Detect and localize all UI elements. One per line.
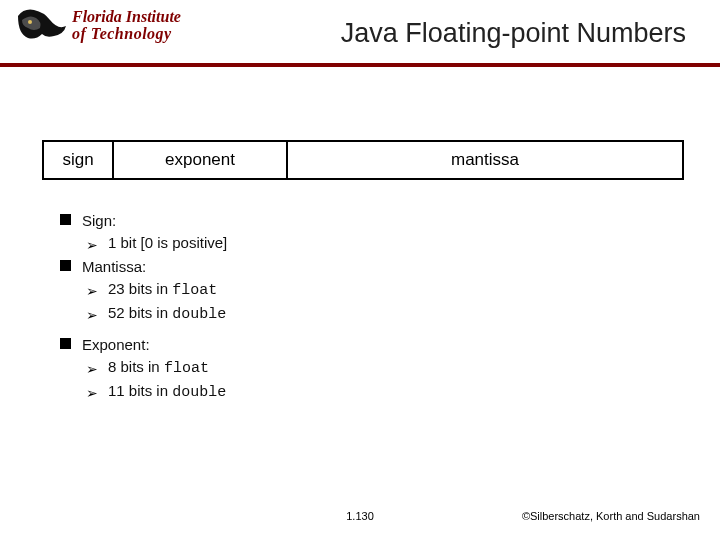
bullet-exponent: Exponent: ➢ 8 bits in float ➢ 11 bits in…	[60, 334, 660, 404]
chevron-right-icon: ➢	[86, 358, 98, 380]
chevron-right-icon: ➢	[86, 234, 98, 256]
diagram-cell-mantissa: mantissa	[288, 142, 682, 178]
square-bullet-icon	[60, 338, 71, 349]
wordmark-line2: of Technology	[72, 25, 181, 42]
wordmark-line1: Florida Institute	[72, 8, 181, 25]
page-number: 1.130	[346, 510, 374, 522]
bullet-sign: Sign: ➢ 1 bit [0 is positive]	[60, 210, 660, 254]
square-bullet-icon	[60, 214, 71, 225]
bullet-mantissa-label: Mantissa:	[82, 258, 146, 275]
slide-body: Sign: ➢ 1 bit [0 is positive] Mantissa: …	[60, 210, 660, 406]
bullet-mantissa-sub2: ➢ 52 bits in double	[82, 302, 660, 326]
bullet-sign-label: Sign:	[82, 212, 116, 229]
slide-footer: 1.130 ©Silberschatz, Korth and Sudarshan	[0, 510, 720, 528]
chevron-right-icon: ➢	[86, 304, 98, 326]
bullet-exponent-sub2: ➢ 11 bits in double	[82, 380, 660, 404]
bullet-mantissa: Mantissa: ➢ 23 bits in float ➢ 52 bits i…	[60, 256, 660, 326]
bullet-exponent-sub1-text: 8 bits in	[108, 358, 164, 375]
panther-icon	[14, 6, 70, 60]
bullet-mantissa-sub2-text: 52 bits in	[108, 304, 172, 321]
float-layout-diagram: sign exponent mantissa	[42, 140, 684, 180]
bullet-mantissa-sub1: ➢ 23 bits in float	[82, 278, 660, 302]
keyword-float: float	[164, 360, 209, 377]
slide-title: Java Floating-point Numbers	[341, 18, 686, 49]
bullet-exponent-sub1: ➢ 8 bits in float	[82, 356, 660, 380]
institution-logo: Florida Institute of Technology	[10, 4, 200, 58]
keyword-float: float	[172, 282, 217, 299]
keyword-double: double	[172, 384, 226, 401]
bullet-mantissa-sub1-text: 23 bits in	[108, 280, 172, 297]
diagram-cell-exponent: exponent	[114, 142, 288, 178]
chevron-right-icon: ➢	[86, 280, 98, 302]
diagram-cell-sign: sign	[44, 142, 114, 178]
bullet-sign-sub1-text: 1 bit [0 is positive]	[108, 234, 227, 251]
square-bullet-icon	[60, 260, 71, 271]
svg-point-1	[28, 20, 32, 24]
bullet-exponent-label: Exponent:	[82, 336, 150, 353]
slide-header: Florida Institute of Technology Java Flo…	[0, 0, 720, 66]
institution-wordmark: Florida Institute of Technology	[72, 8, 181, 42]
bullet-exponent-sub2-text: 11 bits in	[108, 382, 172, 399]
bullet-sign-sub1: ➢ 1 bit [0 is positive]	[82, 232, 660, 254]
copyright: ©Silberschatz, Korth and Sudarshan	[522, 510, 700, 522]
keyword-double: double	[172, 306, 226, 323]
chevron-right-icon: ➢	[86, 382, 98, 404]
